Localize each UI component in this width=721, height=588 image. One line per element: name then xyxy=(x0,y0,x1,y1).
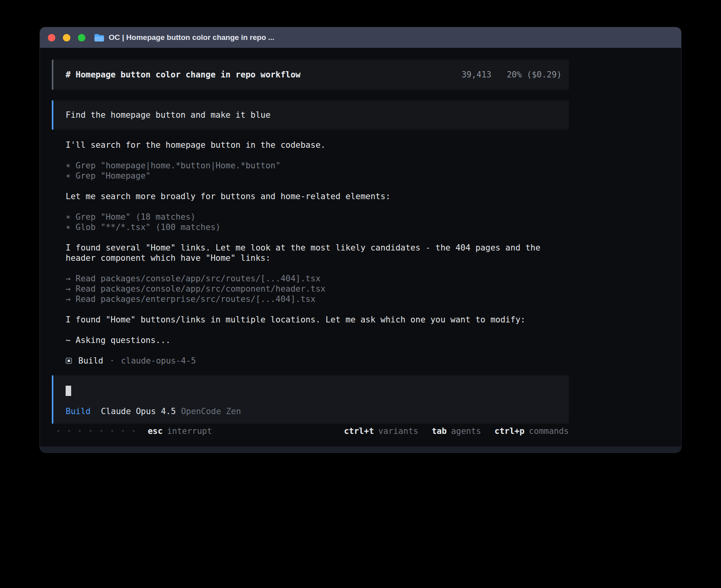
esc-key-label: interrupt xyxy=(167,426,212,436)
close-button[interactable] xyxy=(48,34,55,41)
session-stats: 39,413 20% ($0.29) xyxy=(461,70,562,79)
assistant-paragraph: I'll search for the homepage button in t… xyxy=(66,140,569,150)
agent-model: claude-opus-4-5 xyxy=(121,356,196,366)
tool-call-group: → Read packages/console/app/src/routes/[… xyxy=(66,273,569,304)
input-provider-label: OpenCode Zen xyxy=(181,406,241,416)
assistant-paragraph: I found several "Home" links. Let me loo… xyxy=(66,243,569,263)
minimize-button[interactable] xyxy=(63,34,70,41)
input-model-label: Claude Opus 4.5 xyxy=(101,406,176,416)
terminal-window: OC | Homepage button color change in rep… xyxy=(40,27,681,453)
assistant-paragraph: I found "Home" buttons/links in multiple… xyxy=(66,315,569,325)
conversation-scroll[interactable]: # Homepage button color change in repo w… xyxy=(40,48,681,424)
agent-line: Build · claude-opus-4-5 xyxy=(66,356,569,366)
user-message-text: Find the homepage button and make it blu… xyxy=(66,110,270,120)
user-message: Find the homepage button and make it blu… xyxy=(52,100,569,130)
esc-key-hint: esc xyxy=(148,426,163,436)
tool-call-read: → Read packages/enterprise/src/routes/[.… xyxy=(66,294,569,304)
folder-icon xyxy=(94,34,104,42)
tool-call-grep: ∗ Grep "Homepage" xyxy=(66,171,569,181)
agent-separator: · xyxy=(109,356,115,366)
window-bottom-edge xyxy=(40,447,681,452)
shortcut-agents: tabagents xyxy=(432,426,481,436)
window-title: OC | Homepage button color change in rep… xyxy=(109,33,274,42)
shortcut-variants: ctrl+tvariants xyxy=(344,426,418,436)
assistant-paragraph: Let me search more broadly for buttons a… xyxy=(66,191,569,202)
tool-call-group: ∗ Grep "homepage|home.*button|Home.*butt… xyxy=(66,160,569,181)
input-mode-label: Build xyxy=(66,406,91,416)
tool-call-read: → Read packages/console/app/src/routes/[… xyxy=(66,273,569,284)
tool-call-read: → Read packages/console/app/src/componen… xyxy=(66,284,569,294)
traffic-lights xyxy=(48,34,85,41)
tool-call-glob: ∗ Glob "**/*.tsx" (100 matches) xyxy=(66,222,569,232)
token-count: 39,413 xyxy=(461,70,491,79)
shortcut-hints: ctrl+tvariants tabagents ctrl+pcommands xyxy=(344,426,569,436)
session-title: # Homepage button color change in repo w… xyxy=(66,70,300,79)
status-bar: · · · · · · · · esc interrupt ctrl+tvari… xyxy=(52,426,569,436)
agent-name: Build xyxy=(78,356,103,366)
status-line: ~ Asking questions... xyxy=(66,335,569,345)
context-usage: 20% ($0.29) xyxy=(507,70,562,79)
titlebar[interactable]: OC | Homepage button color change in rep… xyxy=(40,27,681,48)
tool-call-group: ∗ Grep "Home" (18 matches) ∗ Glob "**/*.… xyxy=(66,212,569,232)
session-header: # Homepage button color change in repo w… xyxy=(52,60,569,90)
text-cursor xyxy=(66,386,71,396)
spinner-dots: · · · · · · · · xyxy=(56,426,137,436)
input-meta: Build Claude Opus 4.5 OpenCode Zen xyxy=(66,406,557,416)
agent-icon xyxy=(66,358,72,364)
tool-call-grep: ∗ Grep "Home" (18 matches) xyxy=(66,212,569,222)
tool-call-grep: ∗ Grep "homepage|home.*button|Home.*butt… xyxy=(66,160,569,171)
zoom-button[interactable] xyxy=(78,34,85,41)
prompt-input[interactable]: Build Claude Opus 4.5 OpenCode Zen xyxy=(52,375,569,424)
shortcut-commands: ctrl+pcommands xyxy=(495,426,569,436)
